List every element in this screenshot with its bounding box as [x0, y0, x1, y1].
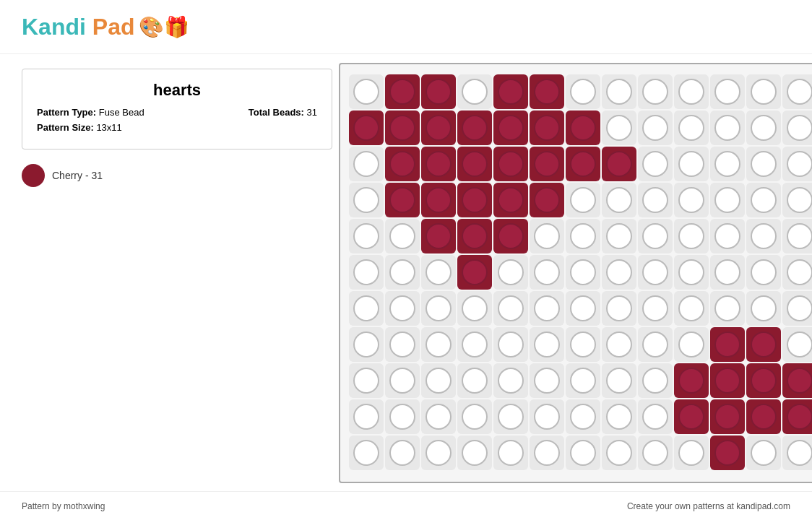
bead-circle — [787, 440, 812, 466]
bead-circle — [606, 151, 632, 177]
bead — [385, 255, 420, 290]
bead-circle — [678, 295, 704, 321]
bead-circle — [426, 404, 452, 430]
bead-circle — [462, 404, 488, 430]
bead-circle — [353, 151, 379, 177]
bead — [493, 436, 528, 470]
bead — [349, 219, 384, 254]
bead-circle — [714, 332, 740, 358]
bead — [349, 147, 384, 181]
bead — [638, 219, 673, 254]
bead-circle — [389, 187, 415, 213]
bead — [602, 255, 636, 290]
bead-circle — [462, 79, 488, 105]
bead — [746, 436, 781, 470]
footer-left: Pattern by mothxwing — [22, 501, 105, 511]
bead — [710, 219, 745, 254]
bead-grid-container — [339, 63, 812, 483]
bead-circle — [570, 187, 596, 213]
bead-circle — [678, 79, 704, 105]
bead — [602, 363, 636, 398]
bead — [566, 74, 600, 109]
bead — [566, 183, 600, 217]
bead — [674, 255, 709, 290]
bead-circle — [570, 223, 596, 249]
bead-circle — [678, 115, 704, 141]
bead-circle — [751, 332, 777, 358]
bead-circle — [498, 79, 524, 105]
bead — [457, 183, 492, 217]
bead — [421, 291, 456, 326]
bead — [782, 110, 812, 145]
bead-circle — [353, 332, 379, 358]
bead-circle — [678, 259, 704, 285]
bead-row — [349, 436, 812, 470]
bead — [602, 219, 636, 254]
bead-circle — [462, 259, 488, 285]
bead-circle — [389, 259, 415, 285]
bead-circle — [389, 115, 415, 141]
bead-circle — [787, 332, 812, 358]
bead — [421, 399, 456, 434]
bead-circle — [606, 223, 632, 249]
bead — [710, 183, 745, 217]
bead-circle — [642, 115, 668, 141]
bead — [746, 399, 781, 434]
bead — [638, 74, 673, 109]
bead — [530, 183, 564, 217]
bead-circle — [751, 368, 777, 394]
bead — [349, 436, 384, 470]
bead-circle — [642, 368, 668, 394]
bead-row — [349, 183, 812, 217]
bead — [530, 219, 564, 254]
bead-circle — [714, 404, 740, 430]
pattern-size: Pattern Size: 13x11 — [37, 122, 122, 133]
bead — [782, 183, 812, 217]
bead — [746, 255, 781, 290]
bead-circle — [570, 295, 596, 321]
bead-circle — [787, 259, 812, 285]
bead-circle — [353, 404, 379, 430]
bead-circle — [534, 259, 560, 285]
bead — [710, 436, 745, 470]
bead-circle — [678, 404, 704, 430]
color-name: Cherry - 31 — [52, 170, 103, 181]
bead-circle — [498, 404, 524, 430]
bead — [602, 327, 636, 362]
bead — [349, 110, 384, 145]
bead — [457, 399, 492, 434]
bead — [710, 74, 745, 109]
bead-circle — [714, 115, 740, 141]
logo-kandi: Kandi Pad — [22, 14, 134, 40]
bead-circle — [642, 79, 668, 105]
bead — [566, 291, 600, 326]
bead — [385, 436, 420, 470]
bead — [746, 291, 781, 326]
pattern-meta-row2: Pattern Size: 13x11 — [37, 122, 317, 133]
bead-circle — [606, 440, 632, 466]
bead — [782, 436, 812, 470]
bead-circle — [498, 187, 524, 213]
bead — [457, 74, 492, 109]
bead — [457, 110, 492, 145]
bead-circle — [642, 440, 668, 466]
bead-circle — [426, 79, 452, 105]
bead — [674, 363, 709, 398]
bead-circle — [534, 79, 560, 105]
bead — [530, 327, 564, 362]
bead — [782, 219, 812, 254]
bead-circle — [353, 115, 379, 141]
bead — [638, 291, 673, 326]
bead-circle — [462, 368, 488, 394]
bead-circle — [642, 151, 668, 177]
bead-circle — [426, 440, 452, 466]
bead-circle — [426, 223, 452, 249]
header: Kandi Pad 🎨🎁 — [0, 0, 812, 54]
bead-circle — [678, 368, 704, 394]
bead — [638, 399, 673, 434]
bead — [349, 183, 384, 217]
bead — [566, 327, 600, 362]
bead — [493, 327, 528, 362]
bead-circle — [642, 295, 668, 321]
bead-circle — [642, 223, 668, 249]
